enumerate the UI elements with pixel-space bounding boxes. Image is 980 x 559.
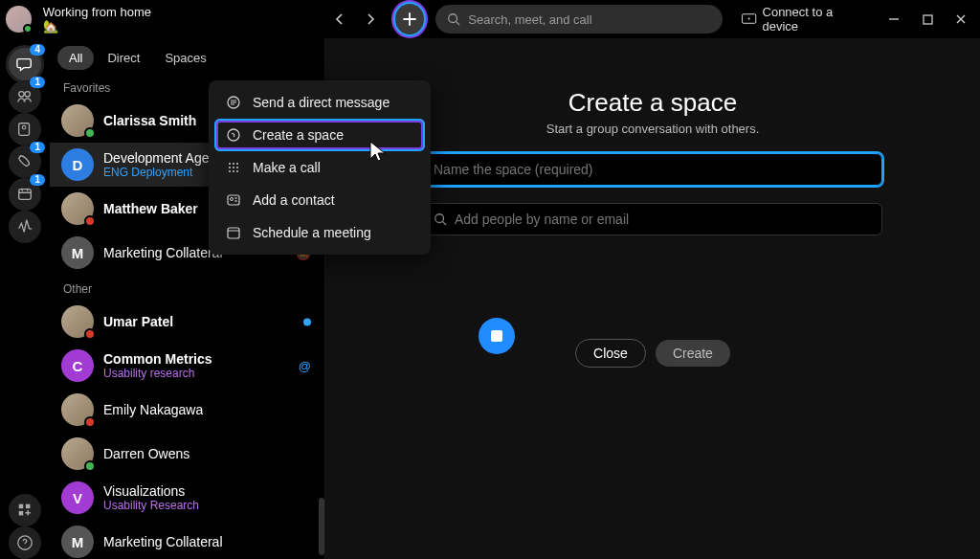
svg-rect-9 — [19, 504, 24, 509]
avatar — [61, 305, 94, 338]
menu-item-label: Create a space — [253, 127, 344, 143]
conversation-name: Visualizations — [103, 483, 199, 499]
menu-item-label: Schedule a meeting — [253, 225, 371, 240]
nav-back-button[interactable] — [326, 6, 352, 33]
conversation-name: Marketing Collateral — [103, 245, 223, 260]
svg-point-24 — [236, 170, 238, 172]
conversation-name: Darren Owens — [103, 446, 189, 461]
chat-icon — [226, 95, 241, 110]
presence-icon — [84, 127, 96, 139]
stop-recording-button[interactable] — [479, 318, 515, 354]
avatar: D — [61, 148, 94, 181]
new-menu: Send a direct messageCreate a spaceMake … — [209, 80, 431, 255]
svg-point-19 — [229, 167, 231, 168]
conversation-item[interactable]: CCommon MetricsUsability research@ — [50, 344, 324, 388]
connect-device-label: Connect to a device — [763, 5, 868, 34]
conversation-item[interactable]: Umar Patel — [50, 300, 324, 344]
svg-point-26 — [231, 198, 234, 201]
conversation-subtitle: Usability Research — [103, 499, 199, 512]
menu-item-calendar[interactable]: Schedule a meeting — [214, 216, 425, 249]
search-icon — [447, 12, 460, 26]
conversation-name: Umar Patel — [103, 314, 173, 329]
rail-apps-button[interactable] — [9, 494, 41, 526]
space-name-field[interactable] — [423, 153, 882, 186]
svg-point-15 — [228, 129, 239, 141]
presence-active-icon — [23, 24, 33, 34]
conversation-subtitle: ENG Deployment — [103, 166, 223, 179]
tab-spaces[interactable]: Spaces — [153, 46, 217, 70]
menu-item-space[interactable]: Create a space — [214, 119, 425, 151]
rail-calendar-button[interactable]: 1 — [9, 178, 41, 211]
rail-teams-button[interactable]: 1 — [9, 80, 41, 113]
self-status[interactable]: Working from home 🏡 — [43, 5, 165, 34]
avatar — [61, 104, 94, 137]
conversation-name: Common Metrics — [103, 351, 212, 367]
conversation-item[interactable]: VVisualizationsUsability Research — [50, 476, 324, 520]
presence-icon — [84, 416, 96, 428]
rail-calls-button[interactable]: 1 — [9, 145, 41, 178]
svg-rect-25 — [228, 195, 239, 205]
tab-direct[interactable]: Direct — [96, 46, 151, 70]
add-people-field[interactable] — [423, 203, 882, 235]
device-icon — [742, 13, 756, 25]
new-button[interactable] — [395, 4, 425, 34]
dial-icon — [226, 160, 241, 175]
svg-point-4 — [19, 92, 24, 97]
menu-item-label: Make a call — [253, 160, 321, 175]
rail-chat-button[interactable]: 4 — [9, 48, 41, 80]
conversation-name: Marketing Collateral — [103, 534, 223, 549]
contact-icon — [226, 192, 241, 208]
svg-rect-27 — [228, 228, 239, 238]
presence-icon — [84, 460, 96, 472]
conversation-subtitle: Usability research — [103, 367, 212, 380]
space-name-input[interactable] — [434, 162, 872, 177]
svg-point-21 — [236, 167, 238, 168]
conversation-name: Emily Nakagawa — [103, 402, 203, 417]
conversation-item[interactable]: Darren Owens — [50, 432, 324, 476]
window-minimize-button[interactable] — [880, 6, 908, 33]
space-icon — [226, 127, 241, 143]
tab-all[interactable]: All — [57, 46, 94, 70]
rail-activity-button[interactable] — [9, 211, 41, 243]
rail-help-button[interactable] — [9, 526, 41, 559]
window-maximize-button[interactable] — [914, 6, 942, 33]
search-input[interactable]: Search, meet, and call — [435, 5, 723, 34]
add-people-input[interactable] — [455, 212, 872, 227]
rail-contacts-button[interactable] — [9, 113, 41, 145]
rail-badge: 1 — [30, 174, 45, 186]
svg-point-23 — [233, 170, 234, 172]
window-close-button[interactable] — [947, 6, 974, 33]
conversation-item[interactable]: Emily Nakagawa — [50, 388, 324, 432]
svg-rect-10 — [26, 504, 31, 509]
avatar — [61, 437, 94, 470]
avatar — [61, 393, 94, 426]
avatar: V — [61, 481, 94, 514]
calendar-icon — [226, 225, 241, 240]
close-button[interactable]: Close — [575, 339, 646, 368]
avatar — [61, 192, 94, 225]
svg-point-2 — [748, 18, 750, 20]
mention-icon: @ — [299, 359, 311, 373]
svg-point-16 — [229, 163, 231, 165]
connect-device-button[interactable]: Connect to a device — [734, 1, 875, 37]
avatar: M — [61, 236, 94, 269]
self-avatar[interactable] — [6, 6, 32, 33]
conversation-item[interactable]: MMarketing Collateral — [50, 520, 324, 559]
create-button[interactable]: Create — [656, 340, 730, 367]
menu-item-dial[interactable]: Make a call — [214, 151, 425, 184]
nav-rail: 4111 — [0, 38, 50, 559]
menu-item-contact[interactable]: Add a contact — [214, 184, 425, 216]
conversation-name: Clarissa Smith — [103, 113, 196, 128]
sidebar-scrollbar[interactable] — [319, 498, 324, 555]
menu-item-chat[interactable]: Send a direct message — [214, 86, 425, 119]
svg-rect-8 — [19, 190, 32, 200]
unread-indicator — [303, 315, 311, 329]
svg-point-5 — [25, 92, 30, 97]
nav-forward-button[interactable] — [358, 6, 384, 33]
avatar: M — [61, 525, 94, 558]
conversation-name: Matthew Baker — [103, 201, 198, 216]
rail-badge: 1 — [30, 142, 45, 153]
svg-point-20 — [233, 167, 234, 168]
svg-rect-11 — [19, 511, 24, 516]
svg-point-13 — [435, 214, 444, 223]
